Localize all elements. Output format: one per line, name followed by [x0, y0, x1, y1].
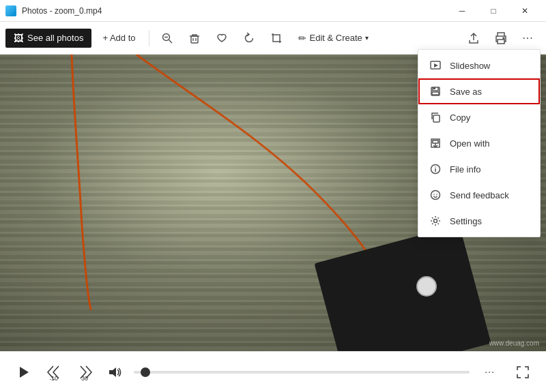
copy-icon [429, 111, 442, 123]
svg-point-8 [503, 37, 504, 39]
play-button[interactable] [11, 360, 35, 385]
open-with-icon [429, 137, 442, 149]
zoom-out-button[interactable] [155, 26, 179, 50]
open-with-label: Open with [450, 138, 490, 149]
toolbar-separator-1 [149, 30, 149, 46]
svg-marker-9 [20, 367, 29, 378]
menu-item-send-feedback[interactable]: Send feedback [418, 182, 540, 208]
svg-rect-15 [433, 87, 435, 89]
minimize-button[interactable]: ─ [446, 0, 478, 22]
svg-point-24 [431, 191, 440, 200]
title-bar: Photos - zoom_0.mp4 ─ □ ✕ [0, 0, 546, 22]
svg-marker-19 [433, 140, 438, 143]
svg-point-23 [435, 166, 436, 168]
settings-icon [429, 215, 442, 227]
print-button[interactable] [489, 26, 513, 50]
fullscreen-button[interactable] [511, 360, 535, 385]
file-info-label: File info [450, 164, 481, 175]
copy-label: Copy [450, 112, 470, 123]
controls-more-button[interactable]: ··· [478, 360, 502, 385]
see-all-photos-button[interactable]: 🖼 See all photos [5, 29, 91, 48]
edit-create-button[interactable]: ✏ Edit & Create ▾ [291, 29, 375, 48]
title-bar-controls: ─ □ ✕ [446, 0, 541, 22]
svg-marker-11 [109, 367, 116, 377]
send-feedback-icon [429, 189, 442, 201]
menu-item-open-with[interactable]: Open with [418, 130, 540, 156]
volume-button[interactable] [104, 361, 126, 383]
save-as-icon [429, 85, 442, 97]
skip-back-label: 10 [51, 375, 58, 382]
file-info-icon [429, 163, 442, 175]
svg-point-25 [433, 194, 435, 195]
edit-icon: ✏ [298, 33, 306, 44]
photos-icon-small: 🖼 [14, 33, 23, 44]
menu-item-copy[interactable]: Copy [418, 104, 540, 130]
skip-forward-label: 30 [81, 375, 88, 382]
title-bar-left: Photos - zoom_0.mp4 [5, 5, 102, 16]
svg-rect-7 [498, 40, 504, 44]
more-options-button[interactable]: ··· [516, 26, 541, 50]
photos-icon [5, 5, 16, 16]
dropdown-menu: Slideshow Save as Copy [418, 49, 541, 237]
menu-item-file-info[interactable]: File info [418, 156, 540, 182]
progress-bar[interactable] [134, 371, 470, 374]
close-button[interactable]: ✕ [509, 0, 541, 22]
svg-point-27 [434, 220, 437, 223]
menu-item-save-as[interactable]: Save as [418, 78, 540, 104]
svg-marker-13 [434, 63, 438, 67]
svg-rect-6 [498, 33, 504, 36]
bottom-controls: 10 10 30 ··· [0, 351, 546, 392]
svg-rect-17 [433, 115, 440, 122]
skip-back-button[interactable]: 10 10 [44, 361, 66, 383]
menu-item-slideshow[interactable]: Slideshow [418, 52, 540, 78]
delete-button[interactable] [182, 26, 207, 50]
menu-item-settings[interactable]: Settings [418, 208, 540, 234]
favorite-button[interactable] [210, 26, 234, 50]
send-feedback-label: Send feedback [450, 190, 509, 200]
share-button[interactable] [461, 26, 486, 50]
settings-label: Settings [450, 216, 482, 226]
svg-point-26 [436, 194, 437, 195]
watermark: www.deuag.com [489, 340, 539, 347]
slideshow-label: Slideshow [450, 61, 490, 71]
white-circle [416, 276, 437, 297]
svg-line-1 [169, 40, 173, 43]
chevron-down-icon: ▾ [365, 34, 369, 42]
rotate-button[interactable] [237, 26, 261, 50]
maximize-button[interactable]: □ [478, 0, 509, 22]
window-title: Photos - zoom_0.mp4 [22, 6, 102, 16]
slideshow-icon [429, 59, 442, 72]
skip-forward-button[interactable]: 30 [74, 361, 96, 383]
add-to-button[interactable]: + Add to [94, 29, 143, 47]
crop-button[interactable] [264, 26, 289, 50]
progress-thumb[interactable] [141, 367, 150, 377]
save-as-label: Save as [450, 87, 482, 97]
svg-rect-16 [432, 92, 439, 95]
svg-rect-3 [191, 36, 198, 43]
